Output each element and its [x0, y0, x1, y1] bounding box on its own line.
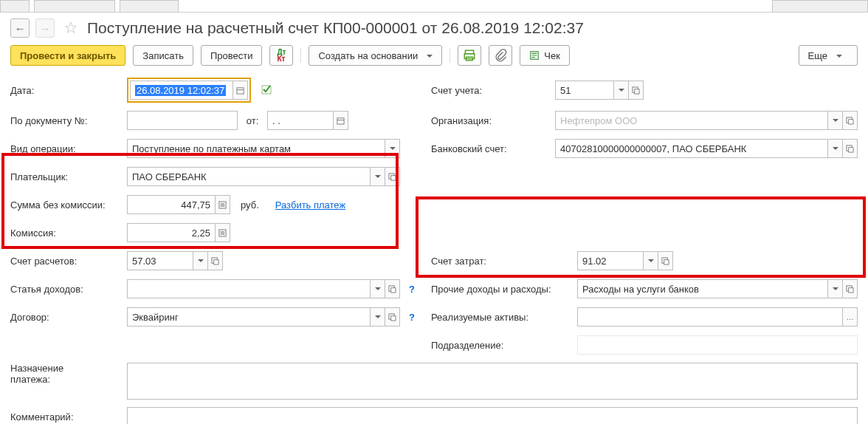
tab-stub: [0, 0, 30, 12]
label-settle-account: Счет расчетов:: [10, 256, 121, 267]
tab-stub: [34, 0, 115, 12]
cheque-button[interactable]: Чек: [520, 45, 570, 66]
sum-no-fee-field[interactable]: 447,75: [127, 195, 230, 214]
other-income-expense-value: Расходы на услуги банков: [578, 284, 827, 295]
fee-field[interactable]: 2,25: [127, 223, 230, 242]
income-item-field[interactable]: [127, 279, 400, 298]
tab-stub: [772, 0, 868, 12]
doc-date-field[interactable]: . .: [267, 111, 348, 130]
open-ext-icon[interactable]: [658, 252, 672, 270]
calc-icon[interactable]: [215, 224, 230, 242]
doc-no-field[interactable]: [127, 111, 238, 130]
payer-field[interactable]: ПАО СБЕРБАНК: [127, 167, 400, 186]
label-fee: Комиссия:: [10, 228, 121, 239]
toolbar-separator: [450, 48, 450, 63]
nav-forward-button[interactable]: →: [35, 18, 55, 38]
assets-sold-field[interactable]: …: [577, 307, 858, 326]
label-gl-account: Счет учета:: [431, 85, 549, 96]
open-ext-icon[interactable]: [842, 112, 857, 129]
doc-date-value: . .: [268, 115, 333, 126]
calc-icon[interactable]: [215, 196, 230, 213]
op-kind-value: Поступление по платежным картам: [128, 143, 385, 154]
label-org: Организация:: [431, 115, 549, 126]
svg-rect-7: [337, 117, 344, 123]
dropdown-icon[interactable]: [827, 280, 842, 298]
comment-input[interactable]: [127, 407, 858, 424]
other-income-expense-field[interactable]: Расходы на услуги банков: [577, 279, 858, 298]
label-department: Подразделение:: [431, 340, 571, 351]
cost-account-value: 91.02: [578, 256, 643, 267]
save-button[interactable]: Записать: [133, 45, 193, 66]
open-ext-icon[interactable]: [385, 308, 399, 326]
help-icon[interactable]: ?: [409, 312, 415, 323]
fee-value: 2,25: [128, 228, 215, 239]
date-value: 26.08.2019 12:02:37: [135, 85, 226, 96]
calendar-icon[interactable]: [333, 112, 348, 129]
done-mark-icon: [261, 83, 273, 98]
toolbar-separator: [300, 48, 301, 63]
settle-account-value: 57.03: [128, 256, 193, 267]
create-based-on-button[interactable]: Создать на основании: [309, 45, 442, 66]
page-title: Поступление на расчетный счет КП00-00000…: [87, 19, 584, 37]
ellipsis-icon[interactable]: …: [842, 308, 857, 326]
window-tabs: [0, 0, 868, 13]
settle-account-field[interactable]: 57.03: [127, 251, 223, 270]
label-op-kind: Вид операции:: [10, 143, 121, 154]
attach-button[interactable]: [489, 45, 512, 66]
print-button[interactable]: [458, 45, 481, 66]
dropdown-icon[interactable]: [370, 280, 385, 298]
dropdown-icon[interactable]: [827, 112, 842, 129]
more-button[interactable]: Еще: [799, 45, 858, 66]
split-payment-link[interactable]: Разбить платеж: [275, 199, 345, 211]
open-ext-icon[interactable]: [207, 252, 222, 270]
favorite-star-icon[interactable]: ☆: [61, 18, 81, 38]
cheque-label: Чек: [544, 50, 560, 61]
contract-field[interactable]: Эквайринг: [127, 307, 400, 326]
currency-label: руб.: [241, 199, 259, 211]
open-ext-icon[interactable]: [385, 168, 399, 185]
label-purpose: Назначение платежа:: [10, 363, 121, 385]
dropdown-icon[interactable]: [613, 81, 628, 99]
label-sum-no-fee: Сумма без комиссии:: [10, 199, 121, 211]
label-bank-account: Банковский счет:: [431, 143, 549, 154]
dropdown-icon[interactable]: [827, 140, 842, 157]
payer-value: ПАО СБЕРБАНК: [128, 171, 370, 182]
dropdown-icon[interactable]: [370, 168, 385, 185]
dropdown-icon[interactable]: [643, 252, 658, 270]
gl-account-field[interactable]: 51: [555, 81, 644, 100]
open-ext-icon[interactable]: [842, 140, 857, 157]
open-ext-icon[interactable]: [385, 280, 399, 298]
label-contract: Договор:: [10, 312, 121, 323]
label-from: от:: [244, 115, 261, 126]
label-other-income-expense: Прочие доходы и расходы:: [431, 284, 571, 295]
post-and-close-button[interactable]: Провести и закрыть: [10, 45, 125, 66]
help-icon[interactable]: ?: [409, 284, 415, 295]
contract-value: Эквайринг: [128, 312, 370, 323]
dropdown-icon[interactable]: [370, 308, 385, 326]
dtkt-icon: ДтКт: [277, 49, 286, 62]
cost-account-field[interactable]: 91.02: [577, 251, 673, 270]
op-kind-field[interactable]: Поступление по платежным картам: [127, 139, 400, 158]
purpose-textarea[interactable]: [127, 363, 858, 400]
label-comment: Комментарий:: [10, 411, 121, 423]
open-ext-icon[interactable]: [628, 81, 643, 99]
date-highlight-frame: 26.08.2019 12:02:37: [127, 78, 251, 103]
open-ext-icon[interactable]: [842, 280, 857, 298]
label-doc-no: По документу №:: [10, 115, 121, 126]
label-cost-account: Счет затрат:: [431, 256, 571, 267]
label-date: Дата:: [10, 85, 121, 96]
calendar-icon[interactable]: [232, 81, 247, 99]
post-button[interactable]: Провести: [201, 45, 263, 66]
date-field[interactable]: 26.08.2019 12:02:37: [130, 81, 248, 100]
org-field[interactable]: Нефтепром ООО: [555, 111, 858, 130]
nav-back-button[interactable]: ←: [10, 18, 30, 38]
dtkt-button[interactable]: ДтКт: [269, 45, 293, 66]
paperclip-icon: [494, 49, 507, 62]
dropdown-icon[interactable]: [193, 252, 207, 270]
bank-account-field[interactable]: 40702810000000000007, ПАО СБЕРБАНК: [555, 139, 858, 158]
sum-no-fee-value: 447,75: [128, 199, 215, 211]
dropdown-icon[interactable]: [385, 140, 399, 157]
label-assets-sold: Реализуемые активы:: [431, 312, 571, 323]
gl-account-value: 51: [556, 85, 613, 96]
department-field[interactable]: [577, 335, 858, 355]
